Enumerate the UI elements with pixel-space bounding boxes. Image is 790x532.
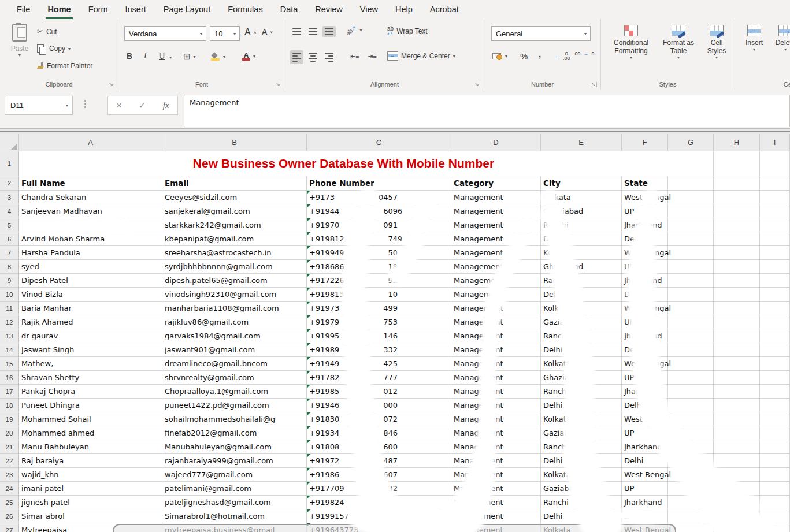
tab-home[interactable]: Home (39, 0, 79, 19)
cell-H21[interactable] (714, 440, 760, 454)
grow-font-button[interactable]: A˄ (244, 27, 256, 38)
paste-button[interactable]: Paste ▾ (6, 24, 34, 58)
tab-form[interactable]: Form (80, 0, 117, 19)
cell-I1[interactable] (760, 151, 790, 176)
cell-G5[interactable] (668, 218, 714, 232)
cell-A26[interactable]: Simar abrol (19, 509, 162, 523)
cell-G18[interactable] (668, 399, 714, 412)
cell-G13[interactable] (668, 329, 714, 343)
cell-I3[interactable] (760, 191, 790, 204)
align-bottom-button[interactable] (322, 26, 336, 37)
cell-A19[interactable]: Mohammed Sohail (19, 412, 162, 426)
select-all-corner[interactable] (0, 134, 19, 151)
cell-C14[interactable]: +91989332 (307, 343, 451, 357)
cell-I22[interactable] (760, 454, 790, 468)
cell-H14[interactable] (714, 343, 760, 357)
cell-I17[interactable] (760, 385, 790, 399)
cell-I12[interactable] (760, 315, 790, 329)
clipboard-dialog-launcher-icon[interactable]: ↘ (108, 82, 114, 87)
cell-H20[interactable] (714, 426, 760, 440)
cell-C17[interactable]: +91985012 (307, 385, 451, 399)
cell-G6[interactable] (668, 232, 714, 246)
column-header-C[interactable]: C (307, 134, 451, 151)
cell-B4[interactable]: sanjekeral@gmail.com (162, 204, 307, 218)
cell-C18[interactable]: +91946000 (307, 399, 451, 412)
cell-A25[interactable]: jignesh patel (19, 496, 162, 509)
cell-I19[interactable] (760, 412, 790, 426)
cell-G7[interactable] (668, 246, 714, 260)
column-title-phone-number[interactable]: Phone Number (307, 176, 451, 191)
insert-function-icon[interactable]: fx (163, 101, 169, 110)
cell-B15[interactable]: dreamlineco@gmail.bncom (162, 357, 307, 371)
cell-A12[interactable]: Rajik Ahamed (19, 315, 162, 329)
cell-I5[interactable] (760, 218, 790, 232)
column-header-D[interactable]: D (451, 134, 541, 151)
cell-I16[interactable] (760, 371, 790, 385)
cell-A3[interactable]: Chandra Sekaran (19, 191, 162, 204)
row-header-5[interactable]: 5 (0, 218, 19, 232)
insert-cells-button[interactable]: Insert ▾ (741, 25, 767, 52)
font-color-button[interactable]: A▾ (242, 51, 255, 61)
cell-C9[interactable]: +91722692 (307, 274, 451, 288)
tab-page-layout[interactable]: Page Layout (155, 0, 219, 19)
cell-I7[interactable] (760, 246, 790, 260)
format-painter-button[interactable]: Format Painter (37, 62, 92, 70)
cell-B25[interactable]: pateljigneshasd@gmail.com (162, 496, 307, 509)
row-header-21[interactable]: 21 (0, 440, 19, 454)
row-header-2[interactable]: 2 (0, 176, 19, 191)
cell-A20[interactable]: Mohammed ahmed (19, 426, 162, 440)
row-header-8[interactable]: 8 (0, 260, 19, 274)
row-header-13[interactable]: 13 (0, 329, 19, 343)
cell-H3[interactable] (714, 191, 760, 204)
cell-G17[interactable] (668, 385, 714, 399)
cell-C16[interactable]: +91782777 (307, 371, 451, 385)
cell-G2[interactable] (668, 176, 714, 191)
cell-H19[interactable] (714, 412, 760, 426)
align-top-button[interactable] (290, 26, 303, 37)
cell-D7[interactable]: Management (451, 246, 541, 260)
cell-A16[interactable]: Shravan Shetty (19, 371, 162, 385)
cell-H16[interactable] (714, 371, 760, 385)
row-header-3[interactable]: 3 (0, 191, 19, 204)
format-as-table-button[interactable]: Format as Table ▾ (658, 25, 699, 60)
tab-view[interactable]: View (351, 0, 387, 19)
bold-button[interactable]: B (127, 51, 132, 61)
cell-A10[interactable]: Vinod Bizla (19, 288, 162, 302)
row-header-20[interactable]: 20 (0, 426, 19, 440)
cell-B5[interactable]: starkkark242@gmail.com (162, 218, 307, 232)
row-header-17[interactable]: 17 (0, 385, 19, 399)
row-header-23[interactable]: 23 (0, 468, 19, 482)
conditional-formatting-button[interactable]: Conditional Formatting ▾ (607, 25, 655, 60)
cell-B9[interactable]: dipesh.patel65@gmail.com (162, 274, 307, 288)
cell-A22[interactable]: Raj baraiya (19, 454, 162, 468)
cell-B11[interactable]: manharbaria1108@gmail.com (162, 302, 307, 315)
cell-A23[interactable]: wajid_khn (19, 468, 162, 482)
font-name-select[interactable]: Verdana ▾ (124, 26, 206, 41)
row-header-9[interactable]: 9 (0, 274, 19, 288)
column-header-H[interactable]: H (714, 134, 760, 151)
cell-G1[interactable] (668, 151, 714, 176)
cut-button[interactable]: ✂ Cut (37, 27, 57, 36)
row-header-16[interactable]: 16 (0, 371, 19, 385)
cell-I9[interactable] (760, 274, 790, 288)
column-title-state[interactable]: State (622, 176, 668, 191)
cell-G9[interactable] (668, 274, 714, 288)
increase-indent-button[interactable]: ⇥≡ (368, 53, 377, 60)
number-format-select[interactable]: General ▾ (491, 26, 591, 41)
cell-B18[interactable]: puneet1422.pd@gmail.com (162, 399, 307, 412)
cell-A13[interactable]: dr gaurav (19, 329, 162, 343)
cell-I15[interactable] (760, 357, 790, 371)
tab-data[interactable]: Data (272, 0, 307, 19)
cell-I8[interactable] (760, 260, 790, 274)
cell-B24[interactable]: patelimani@gmail.com (162, 482, 307, 496)
cell-H2[interactable] (714, 176, 760, 191)
delete-cells-button[interactable]: Delete ▾ (772, 25, 790, 52)
cell-H9[interactable] (714, 274, 760, 288)
cell-A7[interactable]: Harsha Pandula (19, 246, 162, 260)
align-right-button[interactable] (322, 50, 336, 64)
cell-F24[interactable]: UP (622, 482, 668, 496)
row-header-15[interactable]: 15 (0, 357, 19, 371)
cell-H5[interactable] (714, 218, 760, 232)
tab-acrobat[interactable]: Acrobat (421, 0, 468, 19)
cell-G8[interactable] (668, 260, 714, 274)
